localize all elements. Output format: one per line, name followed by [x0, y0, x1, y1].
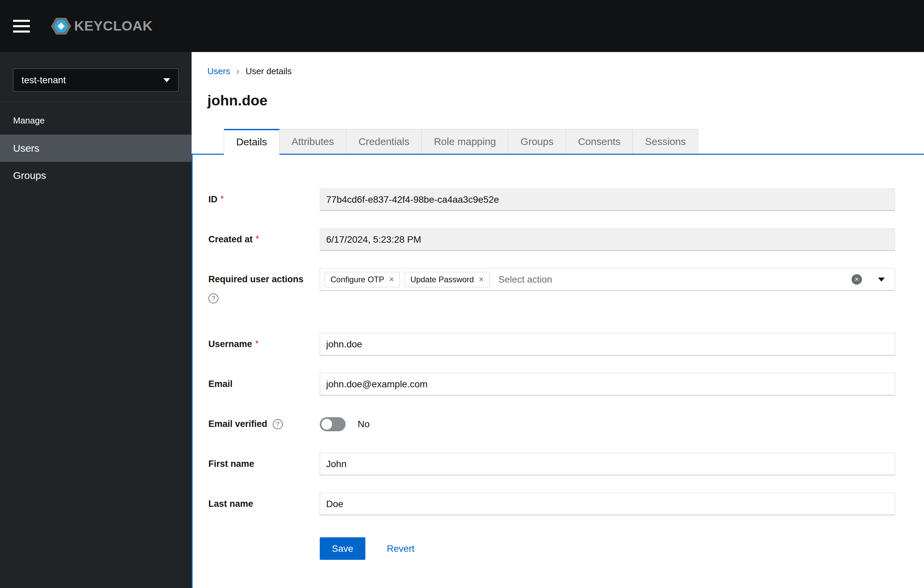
form-row-email: Email [208, 373, 924, 395]
select-placeholder: Select action [498, 274, 552, 285]
details-panel: ID * Created at * Required user actions … [191, 155, 924, 588]
masthead: KEYCLOAK [0, 0, 924, 52]
chip-label: Update Password [410, 275, 474, 284]
breadcrumb-users-link[interactable]: Users [207, 66, 230, 76]
id-label: ID * [208, 188, 320, 211]
first-name-label: First name [208, 453, 320, 475]
tab-credentials[interactable]: Credentials [346, 129, 422, 154]
label-text: Created at [208, 234, 252, 244]
label-text: Last name [208, 499, 253, 509]
first-name-input[interactable] [320, 453, 895, 475]
form-actions: Save Revert [320, 537, 924, 560]
tab-attributes[interactable]: Attributes [279, 129, 346, 154]
realm-selector-section: test-tenant [0, 52, 191, 102]
help-icon[interactable] [273, 419, 283, 429]
clear-selections-icon[interactable] [851, 274, 862, 285]
tab-role-mapping[interactable]: Role mapping [421, 129, 508, 154]
tab-groups[interactable]: Groups [508, 129, 566, 154]
chip-configure-otp: Configure OTP [325, 272, 400, 287]
help-icon[interactable] [208, 293, 218, 303]
keycloak-logo[interactable]: KEYCLOAK [51, 17, 153, 35]
tab-sessions[interactable]: Sessions [632, 129, 698, 154]
required-indicator: * [255, 338, 259, 349]
sidebar-item-users[interactable]: Users [0, 135, 191, 162]
sidebar-section-label: Manage [13, 116, 191, 126]
nav-toggle-hamburger-icon[interactable] [13, 20, 30, 33]
realm-selector-value: test-tenant [21, 75, 66, 86]
email-verified-label: Email verified [208, 413, 320, 435]
chip-update-password: Update Password [404, 272, 490, 287]
breadcrumb: Users User details [207, 66, 924, 77]
email-verified-control: No [320, 413, 370, 435]
caret-glyph [878, 277, 885, 282]
logo-wordmark: KEYCLOAK [74, 18, 153, 34]
sidebar-item-label: Groups [13, 170, 46, 181]
form-row-created-at: Created at * [208, 228, 924, 251]
form-row-required-actions: Required user actions Configure OTP Upda… [208, 268, 924, 303]
required-indicator: * [256, 234, 259, 244]
label-text: Required user actions [208, 268, 304, 291]
sidebar-item-label: Users [13, 143, 39, 154]
form-row-id: ID * [208, 188, 924, 211]
tab-bar: Details Attributes Credentials Role mapp… [191, 129, 924, 155]
sidebar: test-tenant Manage Users Groups [0, 52, 191, 588]
toggle-knob [322, 419, 332, 429]
created-at-label: Created at * [208, 228, 320, 251]
chip-label: Configure OTP [330, 275, 384, 284]
remove-chip-icon[interactable] [389, 276, 394, 283]
label-text: ID [208, 194, 218, 205]
username-input[interactable] [320, 333, 895, 355]
created-at-input [320, 228, 895, 251]
breadcrumb-current: User details [246, 66, 292, 76]
email-input[interactable] [320, 373, 895, 395]
label-text: Email verified [208, 419, 267, 429]
revert-button[interactable]: Revert [387, 543, 414, 554]
label-text: Email [208, 379, 233, 389]
main-content: Users User details john.doe Details Attr… [191, 52, 924, 588]
label-text: First name [208, 459, 254, 469]
sidebar-item-groups[interactable]: Groups [0, 162, 191, 189]
required-indicator: * [220, 194, 224, 204]
tab-consents[interactable]: Consents [566, 129, 633, 154]
tab-details[interactable]: Details [224, 129, 279, 155]
form-row-last-name: Last name [208, 493, 924, 515]
keycloak-logo-icon [51, 17, 71, 35]
chevron-down-icon[interactable] [878, 277, 885, 282]
id-input [320, 188, 895, 211]
breadcrumb-separator-icon [230, 66, 246, 77]
form-row-email-verified: Email verified No [208, 413, 924, 435]
last-name-label: Last name [208, 493, 320, 515]
save-button[interactable]: Save [320, 537, 365, 560]
realm-selector[interactable]: test-tenant [13, 68, 178, 92]
form-row-username: Username * [208, 333, 924, 355]
email-verified-toggle[interactable] [320, 417, 346, 431]
toggle-state-label: No [358, 419, 370, 429]
chevron-down-icon [163, 78, 170, 82]
form-row-first-name: First name [208, 453, 924, 475]
label-text: Username [208, 339, 252, 349]
username-label: Username * [208, 333, 320, 355]
required-actions-label: Required user actions [208, 268, 320, 303]
remove-chip-icon[interactable] [478, 276, 484, 283]
sidebar-nav: Users Groups [0, 135, 191, 189]
required-actions-select[interactable]: Configure OTP Update Password Select act… [320, 268, 895, 291]
last-name-input[interactable] [320, 493, 895, 515]
email-label: Email [208, 373, 320, 395]
page-title: john.doe [207, 92, 924, 109]
